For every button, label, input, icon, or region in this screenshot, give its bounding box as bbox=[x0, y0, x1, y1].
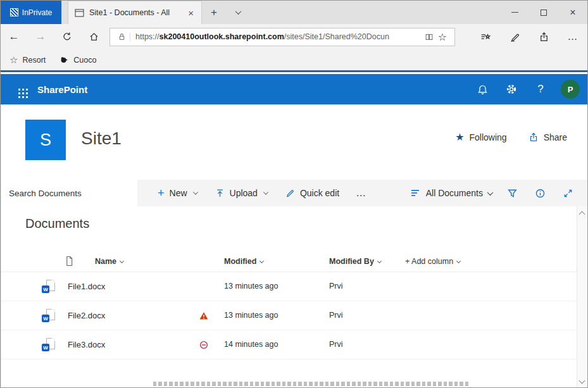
back-button[interactable]: ← bbox=[1, 30, 27, 43]
ellipsis-icon: … bbox=[568, 31, 579, 42]
settings-gear-icon[interactable] bbox=[499, 84, 524, 95]
title-bar: InPrivate Site1 - Documents - All × + × bbox=[1, 1, 587, 24]
browser-window: InPrivate Site1 - Documents - All × + × … bbox=[0, 0, 588, 388]
chevron-down-icon bbox=[456, 259, 461, 263]
word-badge: W bbox=[42, 344, 49, 351]
favorites-bar: ☆ Resort Cuoco bbox=[1, 49, 587, 70]
tab-preview-chevron-icon[interactable] bbox=[226, 1, 250, 24]
column-header-modified[interactable]: Modified bbox=[224, 257, 263, 266]
tab-page-icon bbox=[75, 9, 84, 17]
file-row[interactable]: W File1.docx 13 minutes ago Prvi bbox=[1, 272, 579, 301]
app-name[interactable]: SharePoint bbox=[37, 84, 87, 95]
document-list-pane: Documents Name Modified Modified By + Ad… bbox=[1, 206, 587, 388]
chevron-down-icon bbox=[192, 189, 197, 194]
home-button[interactable] bbox=[80, 32, 107, 42]
url-box[interactable]: https://sk200410outlook.sharepoint.com/s… bbox=[109, 28, 455, 46]
favorites-hub-icon[interactable] bbox=[471, 32, 500, 42]
view-selector[interactable]: All Documents bbox=[411, 188, 495, 198]
favorite-cuoco[interactable]: Cuoco bbox=[59, 56, 96, 65]
refresh-button[interactable] bbox=[54, 32, 80, 42]
file-row[interactable]: W File2.docx 13 minutes ago Prvi bbox=[1, 301, 579, 330]
share-site-button[interactable]: Share bbox=[529, 132, 567, 142]
lock-icon bbox=[114, 32, 130, 41]
minimize-icon bbox=[511, 12, 518, 13]
column-label: Name bbox=[95, 257, 116, 266]
file-name[interactable]: File2.docx bbox=[68, 311, 105, 320]
app-launcher-button[interactable] bbox=[1, 89, 37, 91]
add-favorite-star-icon[interactable]: ☆ bbox=[437, 31, 451, 43]
url-domain: sk200410outlook.sharepoint.com bbox=[160, 32, 284, 41]
new-tab-button[interactable]: + bbox=[202, 1, 226, 24]
chevron-down-icon bbox=[377, 259, 382, 263]
list-title: Documents bbox=[25, 216, 89, 231]
info-icon[interactable] bbox=[529, 188, 551, 199]
truncated-bottom-text bbox=[153, 382, 470, 386]
file-type-column-icon[interactable] bbox=[65, 256, 74, 266]
web-note-pen-icon[interactable] bbox=[500, 32, 529, 42]
file-row[interactable]: W File3.docx 14 minutes ago Prvi bbox=[1, 330, 579, 360]
suite-bar: SharePoint ? P bbox=[1, 74, 587, 104]
column-header-modified-by[interactable]: Modified By bbox=[329, 257, 381, 266]
file-modified-by: Prvi bbox=[329, 340, 343, 349]
inprivate-label: InPrivate bbox=[22, 8, 52, 17]
quick-edit-button[interactable]: Quick edit bbox=[278, 188, 347, 198]
file-modified-by: Prvi bbox=[329, 311, 343, 320]
site-title: Site1 bbox=[81, 128, 122, 149]
list-header-row: Name Modified Modified By + Add column bbox=[1, 252, 579, 272]
column-header-name[interactable]: Name bbox=[95, 257, 123, 266]
word-badge: W bbox=[42, 285, 49, 293]
more-actions-button[interactable]: … bbox=[558, 31, 587, 42]
share-page-icon[interactable] bbox=[529, 32, 558, 42]
site-logo[interactable]: S bbox=[25, 120, 66, 160]
inprivate-icon bbox=[10, 8, 18, 16]
browser-tab[interactable]: Site1 - Documents - All × bbox=[68, 1, 202, 24]
plus-icon: + bbox=[158, 187, 165, 199]
command-bar: + New Upload Quick edit … bbox=[1, 180, 587, 206]
quick-edit-label: Quick edit bbox=[300, 188, 339, 198]
fullscreen-expand-icon[interactable] bbox=[557, 189, 579, 198]
reading-view-icon[interactable] bbox=[422, 33, 437, 41]
file-name[interactable]: File1.docx bbox=[68, 282, 105, 291]
word-file-icon: W bbox=[42, 309, 55, 323]
file-name[interactable]: File3.docx bbox=[68, 340, 105, 349]
share-label: Share bbox=[544, 132, 567, 142]
following-star-icon: ★ bbox=[455, 131, 464, 143]
help-button[interactable]: ? bbox=[528, 83, 553, 96]
filter-icon[interactable] bbox=[501, 188, 523, 199]
favorite-label: Resort bbox=[22, 56, 46, 65]
url-scheme: https:// bbox=[135, 32, 160, 41]
tab-close-icon[interactable]: × bbox=[187, 8, 195, 18]
vertical-scrollbar[interactable] bbox=[577, 206, 587, 388]
notifications-bell-icon[interactable] bbox=[470, 84, 495, 95]
command-overflow-button[interactable]: … bbox=[349, 187, 373, 199]
upload-icon bbox=[215, 189, 225, 198]
word-badge: W bbox=[42, 315, 49, 322]
chevron-down-icon bbox=[260, 259, 264, 263]
file-modified: 14 minutes ago bbox=[224, 340, 278, 349]
maximize-button[interactable] bbox=[529, 1, 558, 24]
add-column-button[interactable]: + Add column bbox=[405, 257, 460, 266]
view-label: All Documents bbox=[426, 188, 483, 198]
upload-button[interactable]: Upload bbox=[208, 188, 275, 198]
bird-favicon bbox=[59, 56, 69, 64]
waffle-icon bbox=[18, 89, 20, 91]
scroll-up-icon[interactable] bbox=[579, 211, 585, 218]
progress-accent-line bbox=[1, 70, 587, 72]
minimize-button[interactable] bbox=[500, 1, 529, 24]
search-box[interactable] bbox=[1, 180, 137, 206]
scroll-down-icon[interactable] bbox=[579, 378, 585, 384]
url-path: /sites/Site1/Shared%20Docun bbox=[284, 32, 389, 41]
new-button[interactable]: + New bbox=[150, 187, 205, 199]
blocked-status-icon bbox=[199, 340, 209, 350]
forward-button[interactable]: → bbox=[27, 30, 54, 43]
following-button[interactable]: ★ Following bbox=[455, 131, 506, 143]
user-avatar[interactable]: P bbox=[561, 80, 580, 99]
close-icon: × bbox=[570, 7, 575, 18]
favorite-resort[interactable]: ☆ Resort bbox=[9, 54, 46, 66]
close-window-button[interactable]: × bbox=[558, 1, 587, 24]
word-file-icon: W bbox=[42, 338, 55, 352]
search-input[interactable] bbox=[1, 189, 137, 198]
warning-status-icon bbox=[199, 311, 209, 321]
view-sort-icon bbox=[411, 189, 421, 197]
chevron-down-icon bbox=[487, 189, 494, 196]
